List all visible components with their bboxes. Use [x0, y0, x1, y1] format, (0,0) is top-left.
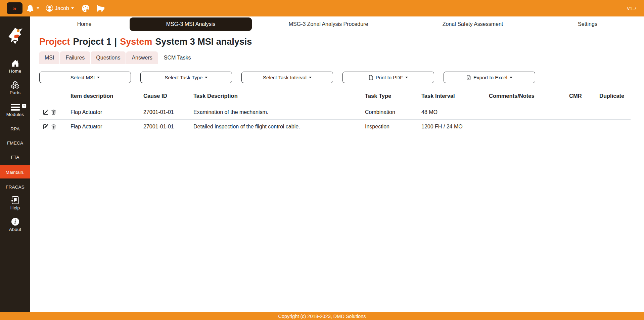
sidebar-item-label: RPA: [10, 126, 19, 131]
cell-task-interval: 1200 FH / 24 MO: [421, 120, 489, 134]
user-avatar-icon: [46, 5, 53, 12]
export-to-excel-dropdown[interactable]: Export to Excel: [444, 72, 535, 83]
app-version: v1.7: [627, 5, 637, 11]
col-cause-id: Cause ID: [143, 87, 193, 105]
cell-item-description: Flap Actuator: [71, 120, 143, 134]
module-nav: Home MSG-3 MSI Analysis MSG-3 Zonal Anal…: [30, 16, 644, 32]
caret-down-icon: [510, 77, 512, 78]
col-actions: [39, 87, 71, 105]
col-task-description: Task Description: [193, 87, 365, 105]
cell-task-description: Detailed inspection of the flight contro…: [193, 120, 365, 134]
cell-cause-id: 27001-01-01: [143, 105, 193, 120]
print-to-pdf-label: Print to PDF: [376, 75, 403, 80]
sidebar-item-label: FTA: [11, 155, 19, 160]
edit-row-button[interactable]: [43, 124, 48, 129]
cell-cmr: [569, 120, 599, 134]
select-task-type-label: Select Task Type: [165, 75, 203, 80]
edit-row-button[interactable]: [43, 110, 48, 115]
sidebar-item-fta[interactable]: FTA: [0, 153, 30, 160]
sidebar-item-about[interactable]: About: [0, 218, 30, 232]
cell-task-type: Combination: [365, 105, 421, 120]
topbar: » Jacob v1.7: [0, 0, 644, 16]
boxes-icon: [11, 81, 19, 89]
caret-down-icon: [97, 77, 100, 78]
select-task-type-dropdown[interactable]: Select Task Type: [140, 72, 232, 83]
tab-scm-tasks[interactable]: SCM Tasks: [158, 51, 196, 64]
sidebar-item-label: Home: [9, 69, 21, 74]
cell-cmr: [569, 105, 599, 120]
select-msi-label: Select MSI: [71, 75, 95, 80]
cell-comments: [489, 105, 569, 120]
project-label: Project: [39, 37, 70, 47]
col-item-description: Item description: [71, 87, 143, 105]
nav-item-settings[interactable]: Settings: [578, 21, 597, 27]
caret-down-icon: [405, 77, 408, 78]
title-divider: |: [114, 37, 117, 47]
tab-answers[interactable]: Answers: [126, 51, 157, 64]
book-icon: [11, 196, 19, 204]
app-window: » Jacob v1.7: [0, 0, 644, 320]
cell-comments: [489, 120, 569, 134]
sidebar-item-parts[interactable]: Parts: [0, 81, 30, 95]
col-comments-notes: Comments/Notes: [489, 87, 569, 105]
sidebar-item-home[interactable]: Home: [0, 59, 30, 74]
select-task-interval-dropdown[interactable]: Select Task Interval: [241, 72, 333, 83]
menu-icon: [11, 104, 20, 111]
cell-duplicate: [599, 120, 631, 134]
notifications-caret-icon[interactable]: [37, 7, 39, 9]
col-cmr: CMR: [569, 87, 599, 105]
page-title: Project Project 1 | System System 3 MSI …: [39, 37, 644, 47]
sidebar-item-fmeca[interactable]: FMECA: [0, 139, 30, 146]
nav-item-msg3-zonal-analysis[interactable]: MSG-3 Zonal Analysis Procedure: [289, 21, 368, 27]
sidebar-collapse-button[interactable]: »: [7, 2, 22, 14]
sidebar-item-maintain-active[interactable]: Maintain.: [0, 165, 30, 178]
user-name: Jacob: [55, 5, 69, 11]
excel-file-icon: [466, 75, 471, 80]
app-logo-bird-icon[interactable]: [5, 25, 25, 48]
user-caret-icon: [71, 7, 74, 9]
expand-window-icon: [22, 104, 27, 110]
sidebar-item-label: FMECA: [7, 141, 23, 146]
table-header-row: Item description Cause ID Task Descripti…: [39, 87, 631, 105]
nav-item-zonal-safety-assessment[interactable]: Zonal Safety Assessment: [443, 21, 503, 27]
nav-item-msg3-msi-analysis[interactable]: MSG-3 MSI Analysis: [130, 17, 252, 31]
sidebar-item-rpa[interactable]: RPA: [0, 125, 30, 131]
cell-duplicate: [599, 105, 631, 120]
theme-palette-icon[interactable]: [82, 5, 89, 12]
footer: Copyright (c) 2018-2023, DMD Solutions: [0, 312, 644, 320]
delete-row-button[interactable]: [51, 110, 56, 115]
caret-down-icon: [309, 77, 312, 78]
export-to-excel-label: Export to Excel: [473, 75, 507, 80]
sidebar: Home Parts Modules RPA: [0, 16, 30, 312]
tab-questions[interactable]: Questions: [91, 51, 126, 64]
tab-msi[interactable]: MSI: [39, 51, 59, 64]
info-icon: [11, 218, 19, 226]
caret-down-icon: [205, 77, 208, 78]
sidebar-item-label: Maintain.: [6, 170, 25, 175]
user-menu[interactable]: Jacob: [46, 5, 74, 12]
print-to-pdf-dropdown[interactable]: Print to PDF: [342, 72, 434, 83]
nav-item-home[interactable]: Home: [77, 21, 92, 27]
analysis-tabs: MSI Failures Questions Answers SCM Tasks: [39, 51, 644, 64]
notifications-bell-icon[interactable]: [27, 5, 34, 12]
sidebar-item-fracas[interactable]: FRACAS: [0, 183, 30, 190]
select-msi-dropdown[interactable]: Select MSI: [39, 72, 131, 83]
col-task-type: Task Type: [365, 87, 421, 105]
cell-cause-id: 27001-01-01: [143, 120, 193, 134]
tab-failures[interactable]: Failures: [60, 51, 90, 64]
cell-task-type: Inspection: [365, 120, 421, 134]
sidebar-item-help[interactable]: Help: [0, 196, 30, 210]
delete-row-button[interactable]: [51, 124, 56, 129]
table-row: Flap Actuator 27001-01-01 Examination of…: [39, 105, 631, 120]
project-value: Project 1: [73, 37, 111, 47]
col-task-interval: Task Interval: [421, 87, 489, 105]
cell-task-description: Examination of the mechanism.: [193, 105, 365, 120]
sidebar-item-label: Modules: [6, 112, 24, 117]
house-icon: [11, 59, 19, 67]
announcements-megaphone-icon[interactable]: [97, 4, 104, 12]
sidebar-item-label: FRACAS: [6, 185, 25, 190]
select-task-interval-label: Select Task Interval: [263, 75, 307, 80]
copyright-text: Copyright (c) 2018-2023, DMD Solutions: [278, 314, 366, 319]
sidebar-item-modules[interactable]: Modules: [0, 104, 30, 117]
sidebar-item-label: About: [9, 227, 21, 232]
